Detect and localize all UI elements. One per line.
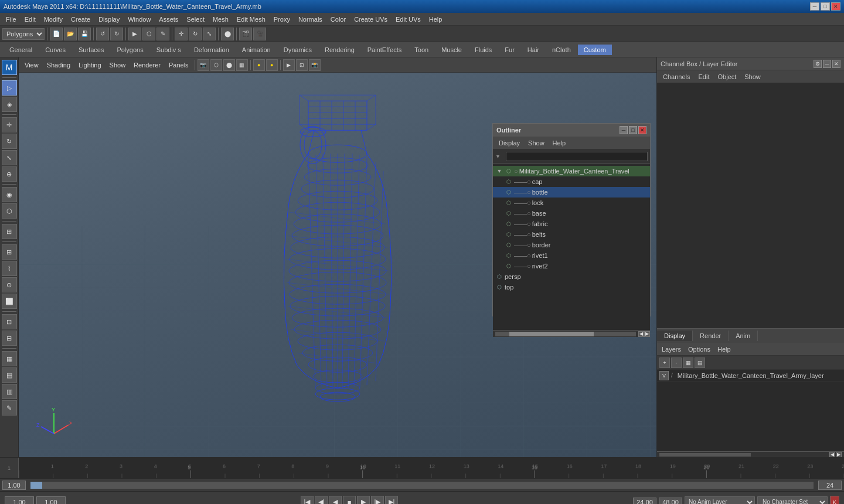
paint-effects-btn[interactable]: ✎ (2, 400, 17, 416)
layer-scroll-thumb[interactable] (659, 453, 751, 457)
outliner-item-fabric[interactable]: ⬡ ——○ fabric (493, 219, 650, 229)
menu-display[interactable]: Display (95, 15, 123, 24)
maximize-button[interactable]: □ (821, 2, 830, 11)
menu-assets[interactable]: Assets (155, 15, 182, 24)
tab-fur[interactable]: Fur (499, 45, 520, 55)
layer-tab-anim[interactable]: Anim (729, 331, 758, 341)
move-tool-btn[interactable]: ✛ (2, 117, 17, 132)
scale-tool-btn[interactable]: ⤡ (2, 150, 17, 165)
menu-window[interactable]: Window (124, 15, 154, 24)
outliner-item-group[interactable]: ▼ ⬡ ○ Military_Bottle_Water_Canteen_Trav… (493, 166, 650, 176)
soft-sel-btn[interactable]: ⬤ (221, 28, 234, 40)
tab-curves[interactable]: Curves (39, 45, 72, 55)
menu-edit[interactable]: Edit (21, 15, 39, 24)
timeline-ruler[interactable] (19, 458, 844, 478)
outliner-maximize-btn[interactable]: □ (629, 126, 637, 134)
outliner-item-border[interactable]: ⬡ ——○ border (493, 240, 650, 250)
render-btn[interactable]: 🎬 (239, 28, 252, 40)
layer-menu-options[interactable]: Options (686, 345, 713, 354)
menu-help[interactable]: Help (426, 15, 446, 24)
render-all-btn[interactable]: ▥ (2, 384, 17, 399)
outliner-item-persp[interactable]: ⬡ persp (493, 271, 650, 282)
menu-create-uvs[interactable]: Create UVs (350, 15, 391, 24)
ol-scroll-left[interactable]: ◀ (638, 331, 644, 337)
outliner-item-cap[interactable]: ⬡ ——○ cap (493, 176, 650, 187)
group-expand-icon[interactable]: ▼ (495, 167, 503, 175)
paint-btn[interactable]: ✎ (156, 28, 169, 40)
layer-btn[interactable]: ▦ (2, 351, 17, 366)
layer-menu-layers[interactable]: Layers (659, 345, 683, 354)
go-to-start-btn[interactable]: |◀ (301, 496, 314, 505)
vp-camera-btn[interactable]: 📷 (198, 59, 209, 71)
tab-dynamics[interactable]: Dynamics (278, 45, 318, 55)
menu-proxy[interactable]: Proxy (270, 15, 294, 24)
range-end-value[interactable]: 24 (818, 481, 842, 490)
outliner-item-lock[interactable]: ⬡ ——○ lock (493, 197, 650, 208)
vp-shaded-btn[interactable]: ⬤ (223, 59, 235, 71)
tab-subdivs[interactable]: Subdiv s (151, 45, 187, 55)
layer-tab-display[interactable]: Display (657, 331, 693, 341)
layer-scroll-left[interactable]: ◀ (829, 452, 835, 458)
outliner-item-bottle[interactable]: ⬡ ——○ bottle (493, 187, 650, 197)
scale-btn[interactable]: ⤡ (203, 28, 216, 40)
cb-menu-edit[interactable]: Edit (695, 72, 713, 81)
layer-menu-help[interactable]: Help (715, 345, 733, 354)
undo-btn[interactable]: ↺ (96, 28, 109, 40)
character-set-selector[interactable]: No Character Set (757, 496, 828, 505)
new-layer-obj-btn[interactable]: ▦ (683, 357, 693, 368)
vp-snapshot-btn[interactable]: 📸 (309, 59, 321, 71)
vp-select-btn[interactable]: ▶ (283, 59, 295, 71)
menu-create[interactable]: Create (67, 15, 94, 24)
render-region-btn[interactable]: ▤ (2, 367, 17, 383)
universal-manip-btn[interactable]: ⊕ (2, 166, 17, 182)
new-layer-btn[interactable]: + (659, 357, 670, 368)
paint-select-btn[interactable]: ◈ (2, 97, 17, 112)
vp-menu-shading[interactable]: Shading (43, 60, 74, 70)
move-btn[interactable]: ✛ (175, 28, 188, 40)
vp-move-cam-btn[interactable]: ⊡ (296, 59, 308, 71)
vp-texture-btn[interactable]: ▦ (236, 59, 248, 71)
auto-key-btn[interactable]: K (830, 496, 839, 505)
tab-toon[interactable]: Toon (409, 45, 434, 55)
range-start-display[interactable]: 1.00 (36, 496, 66, 505)
outliner-search-input[interactable] (506, 152, 648, 161)
add-selected-btn[interactable]: ▤ (695, 357, 705, 368)
cb-settings-btn[interactable]: ⚙ (814, 60, 822, 68)
range-start-value[interactable]: 1.00 (2, 481, 26, 490)
cb-close-btn[interactable]: ✕ (832, 60, 840, 68)
redo-btn[interactable]: ↻ (110, 28, 123, 40)
vp-wireframe-btn[interactable]: ⬡ (210, 59, 222, 71)
snap-to-grid-btn[interactable]: ⊞ (2, 244, 17, 260)
outliner-item-top[interactable]: ⬡ top (493, 282, 650, 292)
end-frame-display[interactable]: 24.00 (633, 498, 656, 505)
cb-minimize-btn[interactable]: ─ (823, 60, 831, 68)
tab-rendering[interactable]: Rendering (319, 45, 360, 55)
outliner-item-rivet1[interactable]: ⬡ ——○ rivet1 (493, 250, 650, 261)
snap-to-curve-btn[interactable]: ⌇ (2, 261, 17, 276)
ol-menu-display[interactable]: Display (495, 138, 523, 148)
layer-visibility-btn[interactable]: V (659, 371, 669, 380)
outliner-h-scroll-thumb[interactable] (509, 332, 594, 336)
outliner-item-base[interactable]: ⬡ ——○ base (493, 208, 650, 219)
cb-menu-show[interactable]: Show (741, 72, 764, 81)
soft-modify-btn[interactable]: ◉ (2, 187, 17, 202)
snap-to-view-btn[interactable]: ⬜ (2, 294, 17, 309)
menu-color[interactable]: Color (327, 15, 349, 24)
vp-light2-btn[interactable]: ● (266, 59, 278, 71)
outliner-item-belts[interactable]: ⬡ ——○ belts (493, 229, 650, 240)
tab-painteffects[interactable]: PaintEffects (362, 45, 408, 55)
ipr-btn[interactable]: 🎥 (253, 28, 266, 40)
vp-light1-btn[interactable]: ● (253, 59, 265, 71)
outliner-minimize-btn[interactable]: ─ (620, 126, 628, 134)
cb-menu-object[interactable]: Object (714, 72, 740, 81)
vp-menu-view[interactable]: View (21, 60, 42, 70)
close-button[interactable]: ✕ (831, 2, 840, 11)
outliner-close-btn[interactable]: ✕ (638, 126, 646, 134)
open-scene-btn[interactable]: 📂 (64, 28, 77, 40)
layer-row[interactable]: V / Military_Bottle_Water_Canteen_Travel… (657, 370, 844, 382)
tab-surfaces[interactable]: Surfaces (73, 45, 110, 55)
quick-sel-btn[interactable]: ⊟ (2, 331, 17, 346)
save-scene-btn[interactable]: 💾 (78, 28, 91, 40)
tab-hair[interactable]: Hair (522, 45, 545, 55)
vp-menu-renderer[interactable]: Renderer (130, 60, 164, 70)
